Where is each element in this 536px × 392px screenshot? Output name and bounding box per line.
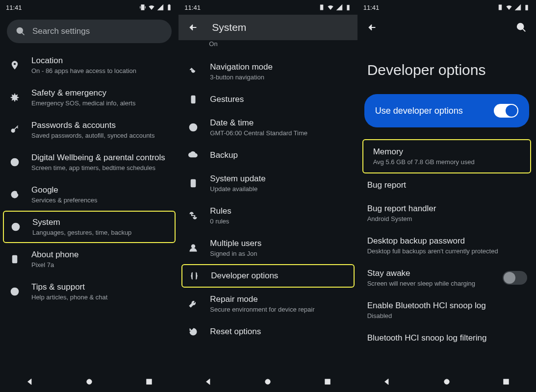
- switch-on-icon: [494, 104, 518, 118]
- system-item-reset-options[interactable]: Reset options: [179, 320, 357, 343]
- nav-recent-icon[interactable]: [502, 377, 510, 386]
- emergency-icon: [9, 93, 21, 102]
- settings-item-location[interactable]: Location On - 86 apps have access to loc…: [0, 49, 179, 81]
- dev-item-bt-hci-snoop-log[interactable]: Enable Bluetooth HCI snoop log Disabled: [357, 294, 536, 326]
- phone-settings-root: 11:41 Search settings Location O: [0, 0, 179, 392]
- key-icon: [9, 125, 21, 135]
- gestures-icon: [187, 95, 199, 104]
- status-bar: 11:41: [179, 0, 357, 15]
- app-bar: [357, 15, 536, 40]
- wellbeing-icon: [9, 157, 21, 167]
- nav-home-icon[interactable]: [85, 377, 94, 386]
- dev-item-stay-awake[interactable]: Stay awake Screen will never sleep while…: [357, 262, 536, 294]
- rules-icon: [187, 211, 199, 220]
- signal-icon: [336, 4, 343, 11]
- status-icons: [318, 4, 352, 11]
- settings-item-system[interactable]: System Languages, gestures, time, backup: [4, 212, 175, 242]
- svg-point-12: [87, 379, 92, 385]
- dev-item-memory[interactable]: Memory Avg 5.6 GB of 7.8 GB memory used: [363, 140, 530, 172]
- status-icons: [497, 4, 530, 11]
- google-icon: [9, 190, 21, 199]
- reset-icon: [187, 327, 199, 337]
- status-bar: 11:41: [0, 0, 179, 15]
- svg-point-7: [15, 224, 16, 225]
- settings-list: Location On - 86 apps have access to loc…: [0, 47, 179, 308]
- settings-item-passwords[interactable]: Passwords & accounts Saved passwords, au…: [0, 114, 179, 146]
- toggle-label: Use developer options: [375, 106, 463, 116]
- svg-line-21: [523, 29, 526, 32]
- update-icon: [187, 178, 199, 188]
- back-button[interactable]: [183, 18, 203, 37]
- battery-icon: [345, 4, 352, 11]
- svg-rect-13: [146, 379, 152, 385]
- phone-developer-options: 11:41 Developer options Use developer op…: [357, 0, 536, 392]
- braces-icon: [188, 271, 200, 281]
- system-item-repair-mode[interactable]: Repair mode Secure environment for devic…: [179, 288, 357, 320]
- clock-icon: [187, 122, 199, 132]
- svg-line-1: [22, 33, 25, 35]
- nav-back-icon[interactable]: [383, 377, 391, 386]
- settings-item-google[interactable]: Google Services & preferences: [0, 178, 179, 211]
- nav-recent-icon[interactable]: [323, 377, 332, 386]
- location-icon: [9, 60, 21, 70]
- switch-off-icon[interactable]: [503, 271, 527, 285]
- search-button[interactable]: [511, 18, 531, 37]
- nav-bar: [0, 371, 179, 392]
- backup-icon: [187, 150, 199, 160]
- system-item-backup[interactable]: Backup: [179, 144, 357, 167]
- back-button[interactable]: [362, 18, 382, 37]
- system-item-date-time[interactable]: Date & time GMT-06:00 Central Standard T…: [179, 111, 357, 144]
- phone-icon: [9, 254, 21, 264]
- nav-bar: [357, 371, 536, 392]
- settings-item-system-highlight: System Languages, gestures, time, backup: [3, 211, 176, 243]
- phone-system-settings: 11:41 System On Navigation mode 3-button…: [179, 0, 357, 392]
- settings-item-tips[interactable]: Tips & support Help articles, phone & ch…: [0, 275, 179, 308]
- help-icon: [9, 287, 21, 296]
- settings-item-safety[interactable]: Safety & emergency Emergency SOS, medica…: [0, 81, 179, 114]
- partial-item-sub: On: [179, 40, 357, 53]
- system-item-multiple-users[interactable]: Multiple users Signed in as Jon: [179, 232, 357, 264]
- svg-rect-23: [504, 379, 509, 385]
- wrench-icon: [187, 299, 199, 309]
- settings-item-wellbeing[interactable]: Digital Wellbeing & parental controls Sc…: [0, 146, 179, 178]
- appbar-title: System: [212, 22, 246, 33]
- status-time: 11:41: [184, 4, 201, 11]
- item-title: Location: [31, 56, 136, 66]
- system-item-system-update[interactable]: System update Update available: [179, 167, 357, 199]
- svg-point-2: [11, 129, 15, 132]
- system-item-navigation-mode[interactable]: Navigation mode 3-button navigation: [179, 55, 357, 88]
- nav-home-icon[interactable]: [442, 377, 451, 386]
- search-settings-input[interactable]: Search settings: [7, 20, 172, 43]
- system-item-developer-options[interactable]: Developer options: [182, 265, 353, 287]
- swipe-icon: [187, 67, 199, 76]
- nav-recent-icon[interactable]: [145, 377, 153, 386]
- battery-icon: [166, 4, 173, 11]
- wifi-icon: [327, 4, 334, 11]
- system-list: Navigation mode 3-button navigation Gest…: [179, 53, 357, 343]
- system-item-rules[interactable]: Rules 0 rules: [179, 199, 357, 232]
- vibrate-icon: [497, 4, 504, 11]
- nav-back-icon[interactable]: [26, 377, 34, 386]
- svg-point-20: [517, 24, 524, 30]
- svg-point-18: [265, 379, 271, 385]
- nav-back-icon[interactable]: [204, 377, 213, 386]
- use-developer-options-toggle[interactable]: Use developer options: [364, 94, 529, 127]
- dev-item-bt-hci-snoop-filtering[interactable]: Bluetooth HCI snoop log filtering: [357, 326, 536, 350]
- status-bar: 11:41: [357, 0, 536, 15]
- search-icon: [16, 26, 26, 36]
- dev-item-bug-report[interactable]: Bug report: [357, 173, 536, 197]
- wifi-icon: [148, 4, 155, 11]
- dev-item-desktop-backup-password[interactable]: Desktop backup password Desktop full bac…: [357, 229, 536, 262]
- vibrate-icon: [318, 4, 325, 11]
- dev-item-memory-highlight: Memory Avg 5.6 GB of 7.8 GB memory used: [362, 139, 531, 173]
- info-icon: [10, 222, 22, 232]
- battery-icon: [523, 4, 530, 11]
- svg-rect-19: [325, 379, 331, 385]
- search-placeholder: Search settings: [32, 26, 90, 36]
- svg-point-22: [444, 379, 450, 385]
- settings-item-about-phone[interactable]: About phone Pixel 7a: [0, 243, 179, 275]
- svg-point-4: [14, 161, 16, 164]
- system-item-gestures[interactable]: Gestures: [179, 88, 357, 111]
- dev-item-bug-report-handler[interactable]: Bug report handler Android System: [357, 197, 536, 229]
- nav-home-icon[interactable]: [263, 377, 272, 386]
